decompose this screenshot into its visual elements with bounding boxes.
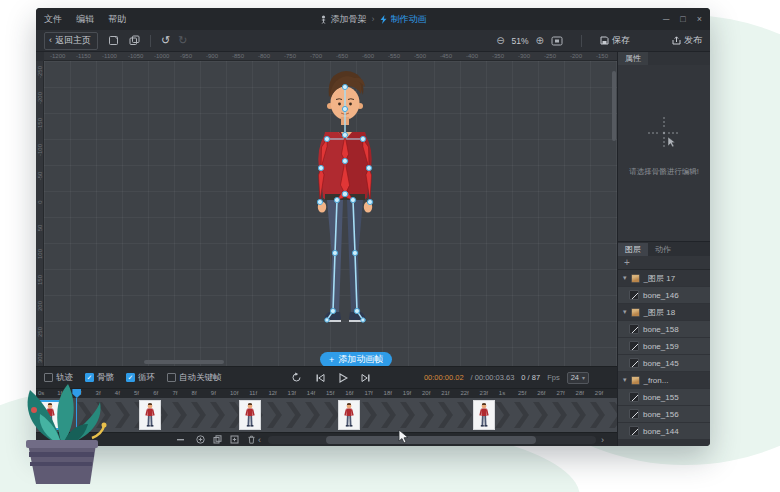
play-button[interactable] bbox=[338, 373, 348, 383]
scroll-right-arrow[interactable]: › bbox=[601, 435, 604, 445]
frame-tick-label: 16f bbox=[345, 390, 353, 396]
ruler-tick-label: 200 bbox=[37, 296, 43, 316]
character-rig[interactable] bbox=[44, 61, 617, 366]
ruler-tick-label: -200 bbox=[570, 53, 582, 59]
menu-bar: 文件 编辑 帮助 bbox=[44, 13, 126, 26]
timecode-current: 00:00:00.02 bbox=[424, 373, 464, 382]
ruler-tick-label: -50 bbox=[37, 166, 43, 186]
timeline-track[interactable] bbox=[36, 398, 617, 432]
minimize-button[interactable]: ─ bbox=[663, 14, 669, 24]
caret-down-icon[interactable]: ▾ bbox=[623, 274, 627, 282]
timeline-zoom-out-button[interactable] bbox=[176, 435, 185, 444]
save-button[interactable]: 保存 bbox=[600, 34, 630, 47]
tab-actions[interactable]: 动作 bbox=[648, 243, 678, 256]
tab-properties[interactable]: 属性 bbox=[618, 52, 648, 65]
layer-group-row[interactable]: ▾_fron... bbox=[618, 372, 710, 388]
checkbox-2[interactable]: ✓循环 bbox=[126, 372, 155, 384]
keyframe-thumbnail-4[interactable] bbox=[473, 400, 495, 430]
bone-row[interactable]: bone_158 bbox=[618, 321, 710, 337]
close-button[interactable]: × bbox=[697, 14, 702, 24]
timeline-scrollbar-thumb[interactable] bbox=[326, 436, 536, 444]
maximize-button[interactable]: □ bbox=[680, 14, 685, 24]
replay-button[interactable] bbox=[291, 372, 302, 383]
timeline-status: 00:00:00.02 / 00:00:03.63 0 / 87 Fps 24 … bbox=[424, 372, 609, 384]
keyframe-thumbnail-2[interactable] bbox=[239, 400, 261, 430]
publish-button[interactable]: 发布 bbox=[672, 34, 702, 47]
canvas-vscrollbar[interactable] bbox=[612, 65, 616, 366]
undo-button[interactable]: ↺ bbox=[161, 34, 170, 47]
ruler-tick-label: -750 bbox=[284, 53, 296, 59]
fit-screen-button[interactable] bbox=[551, 36, 563, 46]
new-frame-button[interactable] bbox=[108, 35, 119, 46]
add-layer-button[interactable]: + bbox=[618, 256, 710, 270]
breadcrumb-step-animate[interactable]: 制作动画 bbox=[380, 13, 427, 26]
timeline-controls: 轨迹✓骨骼✓循环自动关键帧 00:00:00. bbox=[36, 366, 617, 388]
layer-label: bone_144 bbox=[643, 427, 679, 436]
fit-screen-icon bbox=[551, 36, 563, 46]
menu-edit[interactable]: 编辑 bbox=[76, 13, 94, 26]
ruler-tick-label: -650 bbox=[336, 53, 348, 59]
checkbox-3[interactable]: 自动关键帧 bbox=[167, 372, 222, 384]
insert-frame-button[interactable] bbox=[230, 435, 239, 444]
keyframe-thumbnail-1[interactable] bbox=[139, 400, 161, 430]
frame-tick-label: 28f bbox=[576, 390, 584, 396]
scroll-left-arrow[interactable]: ‹ bbox=[258, 435, 261, 445]
bone-row[interactable]: bone_155 bbox=[618, 389, 710, 405]
back-chevron-icon: ‹ bbox=[49, 35, 52, 45]
chevron-down-icon: ▾ bbox=[582, 374, 585, 381]
breadcrumb-step-skeleton[interactable]: 添加骨架 bbox=[320, 13, 367, 26]
ruler-tick-label: -800 bbox=[258, 53, 270, 59]
ruler-tick-label: -950 bbox=[180, 53, 192, 59]
stage-canvas[interactable]: + 添加动画帧 bbox=[44, 61, 617, 366]
person-icon bbox=[320, 15, 328, 24]
frame-tick-label: 26f bbox=[537, 390, 545, 396]
new-frame-icon bbox=[108, 35, 119, 46]
menu-help[interactable]: 帮助 bbox=[108, 13, 126, 26]
caret-down-icon[interactable]: ▾ bbox=[623, 308, 627, 316]
checkbox-unchecked-icon[interactable] bbox=[167, 373, 176, 382]
step-back-button[interactable] bbox=[315, 373, 325, 383]
menu-file[interactable]: 文件 bbox=[44, 13, 62, 26]
bone-row[interactable]: bone_156 bbox=[618, 406, 710, 422]
properties-panel: 请选择骨骼进行编辑! bbox=[618, 65, 710, 241]
step-forward-button[interactable] bbox=[361, 373, 371, 383]
redo-button[interactable]: ↻ bbox=[178, 34, 187, 47]
bone-icon bbox=[629, 341, 639, 351]
delete-frame-button[interactable] bbox=[247, 435, 256, 444]
ruler-tick-label: 150 bbox=[37, 270, 43, 290]
layer-panel-tabs: 图层 动作 bbox=[618, 241, 710, 256]
bone-row[interactable]: bone_159 bbox=[618, 338, 710, 354]
checkbox-checked-icon[interactable]: ✓ bbox=[126, 373, 135, 382]
ruler-tick-label: -900 bbox=[206, 53, 218, 59]
zoom-out-button[interactable]: ⊖ bbox=[496, 35, 504, 46]
copy-frame-button[interactable] bbox=[213, 435, 222, 444]
layer-group-icon bbox=[631, 274, 640, 283]
tab-layers[interactable]: 图层 bbox=[618, 243, 648, 256]
bone-row[interactable]: bone_146 bbox=[618, 287, 710, 303]
bone-icon bbox=[629, 290, 639, 300]
caret-down-icon[interactable]: ▾ bbox=[623, 376, 627, 384]
frame-tick-label: 12f bbox=[268, 390, 276, 396]
plant-decoration bbox=[4, 376, 116, 488]
zoom-in-button[interactable]: ⊕ bbox=[536, 35, 544, 46]
layer-group-row[interactable]: ▾_图层 17 bbox=[618, 270, 710, 286]
bone-icon bbox=[629, 358, 639, 368]
crosshair-icon bbox=[644, 113, 684, 155]
duplicate-button[interactable] bbox=[129, 35, 140, 46]
layer-label: bone_146 bbox=[643, 291, 679, 300]
layer-label: bone_156 bbox=[643, 410, 679, 419]
ruler-tick-label: -150 bbox=[37, 114, 43, 134]
layer-group-row[interactable]: ▾_图层 18 bbox=[618, 304, 710, 320]
keyframe-thumbnail-3[interactable] bbox=[338, 400, 360, 430]
publish-label: 发布 bbox=[684, 34, 702, 47]
timeline-zoom-in-button[interactable] bbox=[196, 435, 205, 444]
bone-row[interactable]: bone_144 bbox=[618, 423, 710, 439]
bone-row[interactable]: bone_145 bbox=[618, 355, 710, 371]
back-home-button[interactable]: ‹ 返回主页 bbox=[44, 32, 98, 50]
frame-tick-label: 8f bbox=[192, 390, 197, 396]
fps-dropdown[interactable]: 24 ▾ bbox=[567, 372, 589, 384]
canvas-hscrollbar[interactable] bbox=[44, 360, 617, 364]
timeline-ruler[interactable]: 0s1f2f3f4f5f6f7f8f9f10f11f12f13f14f15f16… bbox=[36, 388, 617, 398]
frame-counter: 0 / 87 bbox=[521, 373, 540, 382]
timeline-scrollbar[interactable] bbox=[268, 436, 596, 444]
